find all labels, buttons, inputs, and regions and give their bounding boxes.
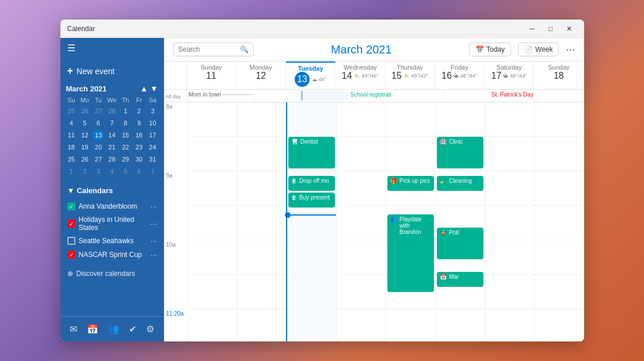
potl-event[interactable]: 🍲 Potl (437, 228, 483, 259)
mini-day-5[interactable]: 5 (79, 117, 90, 129)
seahawks-more-icon[interactable]: ··· (150, 236, 157, 245)
mini-day-7b[interactable]: 7 (147, 166, 158, 177)
mini-cal-prev[interactable]: ▲ (140, 84, 148, 93)
mini-day-1[interactable]: 1 (120, 105, 131, 117)
mini-day-16[interactable]: 16 (134, 129, 145, 141)
mini-day-23[interactable]: 23 (134, 141, 145, 153)
mini-day-24[interactable]: 24 (147, 141, 158, 153)
mini-day-27a[interactable]: 27 (93, 105, 104, 117)
mom-in-town-event[interactable]: Mom in town ··················· (188, 91, 254, 98)
day-header-sunday: Sunday 11 (187, 62, 237, 89)
mini-day-25a[interactable]: 25 (66, 105, 77, 117)
anna-more-icon[interactable]: ··· (150, 202, 157, 211)
day-name-thursday: Thursday (387, 64, 433, 71)
st-patricks-event[interactable]: St. Patrick's Day (490, 91, 537, 98)
mini-day-17[interactable]: 17 (147, 129, 158, 141)
new-event-button[interactable]: + New event (67, 63, 157, 79)
mini-day-3b[interactable]: 3 (93, 166, 104, 177)
mini-day-30[interactable]: 30 (134, 153, 145, 165)
hamburger-icon[interactable]: ☰ (67, 43, 75, 53)
mini-day-7[interactable]: 7 (106, 117, 117, 129)
mini-day-10[interactable]: 10 (147, 117, 158, 129)
mini-day-9[interactable]: 9 (134, 117, 145, 129)
mini-day-5b[interactable]: 5 (120, 166, 131, 177)
mini-day-8[interactable]: 8 (120, 117, 131, 129)
mini-day-31[interactable]: 31 (147, 153, 158, 165)
mar-event[interactable]: 📅 Mar (437, 272, 483, 287)
calendar-item-holidays[interactable]: ✓ Holidays in United States ··· (67, 213, 157, 234)
mini-day-15[interactable]: 15 (120, 129, 131, 141)
mini-day-20[interactable]: 20 (93, 141, 104, 153)
mini-day-29[interactable]: 29 (120, 153, 131, 165)
holidays-more-icon[interactable]: ··· (150, 219, 157, 228)
mail-icon[interactable]: ✉ (67, 321, 79, 337)
mini-cal-next[interactable]: ▼ (150, 84, 158, 93)
mini-day-19[interactable]: 19 (79, 141, 90, 153)
mini-day-2b[interactable]: 2 (79, 166, 90, 177)
mini-day-6b[interactable]: 6 (134, 166, 145, 177)
minimize-button[interactable]: ─ (524, 23, 540, 34)
calendar-window: Calendar ─ □ ✕ ☰ + New event March 2021 … (60, 20, 584, 341)
mini-day-4b[interactable]: 4 (106, 166, 117, 177)
close-button[interactable]: ✕ (561, 23, 577, 34)
nascar-more-icon[interactable]: ··· (150, 250, 157, 259)
school-registration-event[interactable]: School registrati (349, 91, 395, 98)
mini-day-18[interactable]: 18 (66, 141, 77, 153)
week-button[interactable]: 📄 Week (518, 43, 559, 56)
calendar-header: 🔍 March 2021 📅 Today 📄 Week ··· (164, 38, 584, 62)
playdate-event[interactable]: 👥 Playdate with Brandon (387, 214, 434, 292)
mini-day-3[interactable]: 3 (147, 105, 158, 117)
dentist-event[interactable]: 🦷 Dentist (288, 137, 335, 168)
more-options-button[interactable]: ··· (566, 44, 574, 56)
mini-day-11[interactable]: 11 (66, 129, 77, 141)
week-label: Week (535, 45, 552, 53)
people-icon[interactable]: 👥 (105, 321, 121, 337)
mini-day-26a[interactable]: 26 (79, 105, 90, 117)
day-num-14: 14⛅ 49°/46° (337, 71, 383, 81)
mini-day-12[interactable]: 12 (79, 129, 90, 141)
seahawks-checkbox[interactable] (67, 237, 75, 245)
pickup-pics-event[interactable]: 🎁 Pick up pics (387, 176, 434, 191)
mini-day-28b[interactable]: 28 (106, 153, 117, 165)
drop-off-event[interactable]: 🗑 Drop off mo (288, 176, 335, 191)
today-button[interactable]: 📅 Today (469, 43, 511, 56)
mini-day-25b[interactable]: 25 (66, 153, 77, 165)
mini-day-26b[interactable]: 26 (79, 153, 90, 165)
anna-checkbox[interactable]: ✓ (67, 202, 75, 210)
potl-icon: 🍲 (440, 229, 447, 236)
day-col-friday: 🏥 Clinic 🧹 Cleaning 🍲 Potl (435, 102, 485, 341)
cleaning-event[interactable]: 🧹 Cleaning (437, 176, 483, 191)
mini-day-4[interactable]: 4 (66, 117, 77, 129)
mini-day-22[interactable]: 22 (120, 141, 131, 153)
mini-day-1b[interactable]: 1 (66, 166, 77, 177)
mini-day-21[interactable]: 21 (106, 141, 117, 153)
sidebar-bottom: ✉ 📅 👥 ✔ ⚙ (60, 316, 164, 341)
holidays-checkbox[interactable]: ✓ (67, 220, 75, 228)
buy-present-event[interactable]: 🗑 Buy present (288, 193, 335, 208)
today-label: Today (486, 45, 505, 53)
calendar-item-anna[interactable]: ✓ Anna Vanderbloom ··· (67, 199, 157, 213)
calendar-grid-area: Sunday 11 Monday 12 Tuesday 13 ☁ 44° (164, 62, 584, 341)
mar-icon: 📅 (440, 274, 447, 280)
discover-calendars-item[interactable]: ⊕ Discover calendars (60, 266, 164, 281)
calendar-item-seahawks[interactable]: Seattle Seahawks ··· (67, 234, 157, 248)
clinic-event[interactable]: 🏥 Clinic (437, 137, 483, 168)
settings-icon[interactable]: ⚙ (144, 321, 157, 337)
dentist-icon: 🦷 (291, 139, 298, 145)
calendar-icon[interactable]: 📅 (85, 321, 101, 337)
mini-day-2[interactable]: 2 (134, 105, 145, 117)
mini-day-14[interactable]: 14 (106, 129, 117, 141)
mini-day-13[interactable]: 13 (93, 129, 104, 141)
day-header-th: Th (119, 95, 132, 105)
day-col-wednesday (336, 102, 386, 341)
nascar-checkbox[interactable]: ✓ (67, 251, 75, 259)
mini-day-6[interactable]: 6 (93, 117, 104, 129)
maximize-button[interactable]: □ (543, 23, 559, 34)
mini-day-27b[interactable]: 27 (93, 153, 104, 165)
mini-day-28a[interactable]: 28 (106, 105, 117, 117)
calendar-item-nascar[interactable]: ✓ NASCAR Sprint Cup ··· (67, 248, 157, 262)
day-num-13: 13 ☁ 44° (287, 72, 334, 87)
search-box[interactable]: 🔍 (173, 43, 254, 56)
tasks-icon[interactable]: ✔ (127, 321, 139, 337)
search-input[interactable] (178, 45, 238, 53)
